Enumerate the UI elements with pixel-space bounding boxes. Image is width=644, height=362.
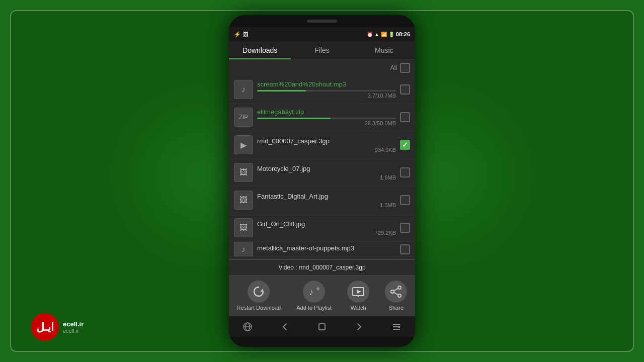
watch-icon	[347, 281, 369, 303]
item-size-3: 1.6MB	[380, 174, 396, 180]
svg-line-10	[394, 289, 398, 291]
file-icon-image-5: 🖼	[234, 218, 253, 237]
item-info-5: Girl_On_Cliff.jpg 729.2KB	[257, 220, 396, 236]
nav-back[interactable]	[275, 318, 295, 336]
nav-globe[interactable]	[237, 318, 258, 336]
download-item-3[interactable]: 🖼 Motorcycle_07.jpg 1.6MB	[229, 159, 415, 187]
download-item-5[interactable]: 🖼 Girl_On_Cliff.jpg 729.2KB	[229, 214, 415, 242]
ecell-sub-text: ecell.ir	[63, 328, 84, 334]
item-checkbox-1[interactable]	[400, 112, 410, 122]
item-info-0: scream%20and%20shout.mp3 3.7/10.7MB	[257, 80, 396, 99]
item-checkbox-2[interactable]: ✓	[400, 140, 410, 150]
phone-top	[229, 15, 415, 27]
item-name-4: Fantastic_Digital_Art.jpg	[257, 193, 396, 200]
ecell-brand-text: ecell.ir	[63, 320, 84, 328]
action-add-to-playlist[interactable]: ♪ + Add to Playlist	[296, 281, 332, 311]
file-icon-music-6: ♪	[234, 242, 253, 257]
nav-forward[interactable]	[349, 318, 369, 336]
select-all-checkbox[interactable]	[400, 63, 410, 73]
file-icon-image-4: 🖼	[234, 191, 253, 210]
tab-downloads-label: Downloads	[243, 46, 277, 54]
battery-icon: 🔋	[388, 32, 394, 37]
download-item-4[interactable]: 🖼 Fantastic_Digital_Art.jpg 1.3MB	[229, 187, 415, 214]
svg-marker-0	[260, 289, 263, 292]
item-name-1: ellimegabayt.zip	[257, 108, 396, 116]
tab-music[interactable]: Music	[353, 41, 415, 59]
restart-download-label: Restart Download	[237, 305, 281, 311]
phone-bottom	[229, 337, 415, 347]
nav-menu[interactable]	[386, 318, 407, 336]
download-item-6[interactable]: ♪ metallica_master-of-puppets.mp3	[229, 242, 415, 257]
tab-downloads[interactable]: Downloads	[229, 41, 291, 59]
item-size-2: 934.9KB	[375, 147, 396, 153]
nav-home[interactable]	[312, 318, 332, 336]
svg-text:+: +	[316, 285, 320, 293]
item-checkbox-0[interactable]	[400, 84, 410, 95]
checkmark-icon-2: ✓	[402, 141, 408, 149]
item-name-3: Motorcycle_07.jpg	[257, 165, 396, 172]
wifi-icon: ▲	[374, 32, 379, 37]
action-watch[interactable]: Watch	[347, 281, 369, 311]
watch-label: Watch	[351, 305, 366, 311]
download-item-0[interactable]: ♪ scream%20and%20shout.mp3 3.7/10.7MB	[229, 76, 415, 104]
phone-device: ⚡ 🖼 ⏰ ▲ 📶 🔋 08:26 Downloads Files	[229, 15, 415, 347]
tab-music-label: Music	[375, 46, 393, 54]
context-title: Video : rmd_000007_casper.3gp	[229, 260, 415, 276]
screen: ⚡ 🖼 ⏰ ▲ 📶 🔋 08:26 Downloads Files	[229, 27, 415, 337]
action-share[interactable]: Share	[385, 281, 407, 311]
add-to-playlist-icon: ♪ +	[303, 281, 325, 303]
svg-marker-6	[357, 290, 361, 294]
item-size-0: 3.7/10.7MB	[368, 93, 396, 99]
action-restart-download[interactable]: Restart Download	[237, 281, 281, 311]
item-checkbox-4[interactable]	[400, 195, 410, 205]
share-label: Share	[389, 305, 404, 311]
progress-bg-0	[257, 90, 396, 92]
alarm-icon: ⏰	[367, 32, 373, 37]
item-name-6: metallica_master-of-puppets.mp3	[257, 244, 396, 252]
item-info-2: rmd_000007_casper.3gp 934.9KB	[257, 137, 396, 153]
ecell-circle: ایـل	[31, 313, 59, 341]
notification-icon: 🖼	[243, 31, 249, 37]
phone-speaker	[307, 20, 337, 23]
item-checkbox-3[interactable]	[400, 167, 410, 177]
item-info-1: ellimegabayt.zip 26.3/50.0MB	[257, 108, 396, 126]
file-icon-image-3: 🖼	[234, 163, 253, 182]
download-item-2[interactable]: ▶ rmd_000007_casper.3gp 934.9KB ✓	[229, 131, 415, 159]
bottom-nav	[229, 316, 415, 337]
clock-time: 08:26	[396, 31, 410, 37]
download-item-1[interactable]: ZIP ellimegabayt.zip 26.3/50.0MB	[229, 104, 415, 131]
item-name-0: scream%20and%20shout.mp3	[257, 80, 396, 88]
share-icon	[385, 281, 407, 303]
progress-fill-1	[257, 118, 331, 119]
context-popup: Video : rmd_000007_casper.3gp Restart Do…	[229, 259, 415, 316]
item-info-4: Fantastic_Digital_Art.jpg 1.3MB	[257, 193, 396, 208]
outer-frame: ایـل ecell.ir ecell.ir ⚡ 🖼 ⏰ ▲ 📶 🔋	[10, 10, 634, 352]
status-bar: ⚡ 🖼 ⏰ ▲ 📶 🔋 08:26	[229, 27, 415, 41]
item-info-3: Motorcycle_07.jpg 1.6MB	[257, 165, 396, 180]
item-checkbox-5[interactable]	[400, 223, 410, 233]
ecell-text-block: ecell.ir ecell.ir	[63, 320, 84, 334]
progress-fill-0	[257, 90, 306, 92]
status-right-info: ⏰ ▲ 📶 🔋 08:26	[367, 31, 410, 37]
tabs-bar: Downloads Files Music	[229, 41, 415, 60]
usb-icon: ⚡	[234, 31, 241, 38]
select-all-row: All	[229, 60, 415, 76]
ecell-brand-icon: ایـل	[36, 321, 54, 334]
svg-line-11	[394, 293, 398, 295]
svg-rect-19	[398, 326, 400, 328]
file-icon-zip-1: ZIP	[234, 108, 253, 127]
svg-point-8	[398, 294, 401, 297]
item-info-6: metallica_master-of-puppets.mp3	[257, 244, 396, 254]
progress-bg-1	[257, 118, 396, 119]
file-icon-video-2: ▶	[234, 135, 253, 154]
item-checkbox-6[interactable]	[400, 244, 410, 254]
file-icon-music-0: ♪	[234, 80, 253, 99]
tab-files[interactable]: Files	[291, 41, 353, 59]
item-size-5: 729.2KB	[375, 230, 396, 236]
item-size-4: 1.3MB	[380, 202, 396, 208]
svg-point-7	[398, 286, 401, 289]
svg-rect-15	[319, 324, 325, 330]
svg-point-9	[391, 290, 394, 293]
item-name-2: rmd_000007_casper.3gp	[257, 137, 396, 145]
select-all-label: All	[390, 64, 397, 71]
